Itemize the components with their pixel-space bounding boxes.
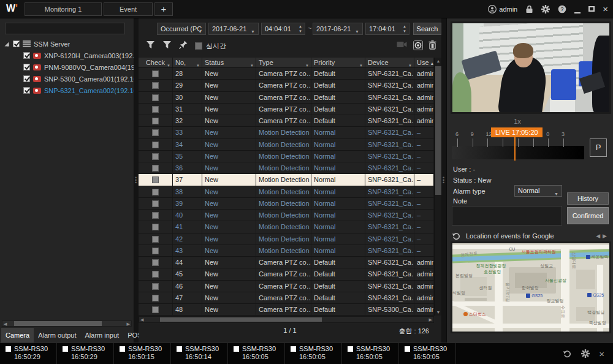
pin-icon[interactable]	[179, 40, 188, 49]
filter-icon[interactable]: ▼	[305, 61, 309, 67]
server-checkbox[interactable]	[13, 40, 20, 47]
note-textarea[interactable]	[452, 206, 562, 226]
export-video-icon[interactable]	[397, 40, 407, 48]
row-check-cell[interactable]	[139, 198, 173, 209]
row-check-cell[interactable]	[139, 68, 173, 79]
row-check-cell[interactable]	[139, 80, 173, 91]
table-row[interactable]: 36NewMotion DetectionNormalSNP-6321_Ca…–	[139, 162, 434, 174]
table-row[interactable]: 40NewMotion DetectionNormalSNP-6321_Ca…–	[139, 210, 434, 221]
column-header-status[interactable]: Status▼	[202, 58, 256, 67]
column-header-user[interactable]: Use▲	[414, 58, 434, 67]
tree-horizontal-scrollbar[interactable]: ◀ ▶	[2, 320, 132, 327]
pause-button[interactable]: P	[590, 138, 607, 157]
add-tab-button[interactable]: +	[154, 2, 173, 16]
table-row[interactable]: 30NewCamera PTZ co…DefaultSNP-6321_Ca…ad…	[139, 92, 434, 104]
event-notification-chip[interactable]: SSM-RS3016:50:14	[171, 343, 228, 364]
time-spinner-arrows[interactable]: ▲▼	[297, 24, 303, 34]
event-notification-chip[interactable]: SSM-RS3016:50:05	[285, 343, 342, 364]
column-header-no[interactable]: No,▼	[173, 58, 202, 67]
row-checkbox[interactable]	[152, 295, 159, 301]
tree-expand-icon[interactable]	[5, 42, 9, 46]
record-icon[interactable]	[413, 40, 423, 50]
event-notification-chip[interactable]: SSM-RS3016:50:05	[342, 343, 399, 364]
from-time-spinner[interactable]: 04:04:01▲▼	[261, 23, 305, 35]
table-row[interactable]: 33NewMotion DetectionNormalSNP-6321_Ca…–	[139, 127, 434, 138]
table-row[interactable]: 31NewCamera PTZ co…DefaultSNP-6321_Ca…ad…	[139, 104, 434, 115]
scroll-up-arrow[interactable]: ▲	[435, 59, 442, 63]
row-check-cell[interactable]	[139, 221, 173, 232]
row-checkbox[interactable]	[152, 271, 159, 278]
row-checkbox[interactable]	[152, 283, 159, 290]
tree-node-camera[interactable]: SNP-5300_Camera001(192.168.	[0, 73, 134, 85]
column-header-priority[interactable]: Priority▼	[311, 58, 365, 67]
help-icon[interactable]: ?	[558, 5, 566, 13]
table-row[interactable]: 44NewCamera PTZ co…DefaultSNP-6321_Ca…ad…	[139, 257, 434, 268]
table-row[interactable]: 41NewMotion DetectionNormalSNP-6321_Ca…–	[139, 221, 434, 233]
tree-node-camera[interactable]: XNP-6120H_Camera003(192.16	[0, 50, 134, 61]
row-checkbox[interactable]	[152, 142, 159, 148]
user-menu[interactable]: admin	[488, 5, 517, 13]
table-horizontal-scrollbar[interactable]: ◀ ▶	[139, 316, 434, 323]
table-vertical-scrollbar[interactable]: ▲ ▼	[434, 58, 441, 316]
map-view[interactable]: 청계천로CU서울도담치과의원청계천한빛광장호천빌딩상일교세운일렉전삼일대로본점빌…	[451, 241, 611, 333]
timeline-playhead[interactable]	[514, 137, 516, 161]
row-check-cell[interactable]	[139, 115, 173, 126]
confirmed-button[interactable]: Confirmed	[567, 207, 609, 224]
row-checkbox[interactable]	[152, 212, 159, 219]
filter-clear-icon[interactable]	[162, 40, 172, 49]
table-row[interactable]: 48NewCamera PTZ co…DefaultSNP-5300_Ca…ad…	[139, 304, 434, 316]
time-spinner-arrows[interactable]: ▲▼	[402, 24, 408, 34]
row-checkbox[interactable]	[152, 153, 159, 160]
tab-camera[interactable]: Camera	[1, 328, 34, 343]
filter-icon[interactable]: ▼	[196, 61, 200, 67]
row-check-cell[interactable]	[139, 268, 173, 279]
camera-checkbox[interactable]	[23, 64, 30, 70]
column-header-device[interactable]: Device▼	[365, 58, 414, 67]
tab-event[interactable]: Event	[104, 2, 153, 16]
event-notification-chip[interactable]: SSM-RS3016:50:05	[228, 343, 285, 364]
row-checkbox[interactable]	[152, 82, 159, 89]
realtime-checkbox[interactable]	[195, 42, 202, 50]
history-button[interactable]: History	[567, 192, 609, 205]
row-check-cell[interactable]	[139, 292, 173, 303]
table-row[interactable]: 38NewMotion DetectionNormalSNP-6321_Ca…–	[139, 186, 434, 198]
event-notification-chip[interactable]: SSM-RS3016:50:29	[57, 343, 114, 364]
scroll-left-arrow[interactable]: ◀	[4, 322, 7, 327]
row-checkbox[interactable]	[152, 189, 159, 195]
maximize-button[interactable]	[588, 6, 595, 13]
event-notification-chip[interactable]: SSM-RS3016:50:15	[114, 343, 171, 364]
row-check-cell[interactable]	[139, 92, 173, 103]
row-check-cell[interactable]	[139, 281, 173, 292]
close-icon[interactable]: ×	[599, 349, 604, 359]
tree-search-input[interactable]	[5, 23, 125, 34]
row-check-cell[interactable]	[139, 233, 173, 245]
lock-icon[interactable]	[525, 5, 533, 13]
row-checkbox[interactable]	[152, 106, 159, 113]
tree-node-server[interactable]: SSM Server	[0, 38, 134, 50]
table-row[interactable]: 45NewCamera PTZ co…DefaultSNP-6321_Ca…ad…	[139, 268, 434, 280]
row-check-cell[interactable]	[139, 151, 173, 162]
timeline[interactable]: 691215182103 LIVE 17:05:20	[452, 127, 584, 162]
row-check-cell[interactable]	[139, 104, 173, 115]
tree-node-camera-selected[interactable]: SNP-6321_Camera002(192.168.	[0, 85, 134, 96]
close-button[interactable]: ×	[603, 6, 608, 12]
row-check-cell[interactable]	[139, 304, 173, 315]
settings-gear-icon[interactable]	[541, 5, 550, 13]
video-preview[interactable]	[451, 21, 611, 114]
column-header-type[interactable]: Type▼	[256, 58, 311, 67]
scroll-left-arrow[interactable]: ◀	[140, 317, 143, 322]
row-check-cell[interactable]	[139, 245, 173, 256]
alarm-type-select[interactable]: ▼Normal	[514, 185, 562, 197]
filter-icon[interactable]: ▼	[167, 61, 170, 67]
table-row[interactable]: 43NewMotion DetectionNormalSNP-6321_Ca…–	[139, 245, 434, 257]
from-date-picker[interactable]: ▼2017-06-21	[208, 23, 259, 35]
row-check-cell[interactable]	[139, 127, 173, 138]
row-checkbox[interactable]	[152, 129, 159, 136]
row-check-cell[interactable]	[139, 210, 173, 221]
timeline-bar[interactable]	[452, 146, 584, 159]
row-check-cell[interactable]	[139, 257, 173, 268]
refresh-icon[interactable]	[563, 349, 572, 358]
table-row[interactable]: 29NewCamera PTZ co…DefaultSNP-6321_Ca…ad…	[139, 80, 434, 91]
scroll-down-arrow[interactable]: ▼	[435, 310, 442, 314]
scrollbar-thumb[interactable]	[435, 66, 441, 195]
